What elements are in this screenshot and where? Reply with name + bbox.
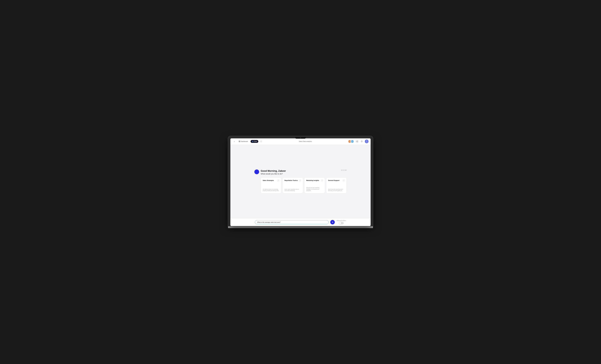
svg-point-7 bbox=[357, 141, 358, 141]
svg-point-13 bbox=[366, 141, 367, 142]
share-button[interactable] bbox=[355, 140, 359, 143]
suggestion-cards-grid: ↗ Sales Strategies Get tailored advice o… bbox=[261, 178, 347, 193]
camera-notch bbox=[295, 137, 306, 139]
bottom-input-area: Advanced Anlytics bbox=[230, 218, 371, 226]
input-wrapper bbox=[255, 220, 329, 224]
dashboard-tab-label: Dashboard bbox=[241, 141, 248, 142]
nav-left: « Dashboard Chat bbox=[232, 140, 263, 143]
chat-tab-dot bbox=[252, 141, 253, 142]
suggestion-card-0[interactable]: ↗ Sales Strategies Get tailored advice o… bbox=[261, 178, 281, 193]
card-desc-1: Learn expert negotiation tips to close d… bbox=[285, 188, 301, 191]
suggestion-card-2[interactable]: ↗ Marketing Insights Discover the best m… bbox=[304, 178, 325, 193]
chat-input[interactable] bbox=[257, 222, 326, 223]
laptop-foot bbox=[279, 227, 322, 228]
svg-line-10 bbox=[357, 141, 357, 141]
main-content: Good Morning, Zakeer What would you like… bbox=[230, 145, 371, 218]
card-desc-0: Get tailored advice on increasing proper… bbox=[263, 188, 279, 191]
nav-bar: « Dashboard Chat bbox=[230, 138, 371, 145]
card-arrow-2: ↗ bbox=[321, 179, 323, 182]
dashboard-icon bbox=[239, 141, 240, 142]
card-desc-3: Need help with something else? Ask away,… bbox=[328, 188, 345, 191]
laptop-container: « Dashboard Chat bbox=[228, 136, 373, 228]
bell-button[interactable] bbox=[360, 140, 363, 143]
greeting-title: Good Morning, Zakeer bbox=[261, 170, 347, 172]
avatar-user-2 bbox=[351, 140, 354, 143]
card-title-3: General Support bbox=[328, 180, 345, 182]
svg-point-9 bbox=[356, 141, 357, 142]
advanced-analytics-section: Advanced Anlytics bbox=[336, 220, 346, 224]
toggle-knob bbox=[339, 222, 341, 224]
card-title-0: Sales Strategies bbox=[263, 180, 279, 182]
card-title-1: Negotiation Tactics bbox=[285, 180, 301, 182]
card-arrow-0: ↗ bbox=[277, 179, 280, 182]
suggestion-card-1[interactable]: ↗ Negotiation Tactics Learn expert negot… bbox=[283, 178, 303, 193]
advanced-toggle[interactable] bbox=[339, 222, 344, 224]
new-tab-button[interactable] bbox=[259, 140, 263, 143]
collapse-button[interactable]: « bbox=[232, 140, 236, 143]
greeting-row: Good Morning, Zakeer What would you like… bbox=[254, 170, 347, 175]
dashboard-tab[interactable]: Dashboard bbox=[237, 140, 250, 143]
svg-point-6 bbox=[352, 141, 353, 142]
user-avatar[interactable] bbox=[365, 140, 369, 143]
greeting-text: Good Morning, Zakeer What would you like… bbox=[261, 170, 347, 175]
ai-avatar bbox=[254, 170, 259, 174]
screen: « Dashboard Chat bbox=[230, 138, 371, 226]
send-button[interactable] bbox=[330, 220, 335, 224]
advanced-label: Advanced Anlytics bbox=[336, 220, 346, 221]
chat-tab[interactable]: Chat bbox=[250, 140, 258, 143]
chat-container: Good Morning, Zakeer What would you like… bbox=[254, 170, 347, 193]
chat-tab-label: Chat bbox=[254, 141, 257, 142]
nav-right bbox=[348, 140, 369, 143]
avatar-stack bbox=[348, 140, 354, 143]
svg-line-11 bbox=[357, 142, 357, 142]
card-desc-2: Discover the best marketing strategies t… bbox=[306, 187, 323, 192]
screen-bezel: « Dashboard Chat bbox=[228, 136, 373, 226]
page-title: Sales Data analytics bbox=[263, 141, 348, 142]
card-title-2: Marketing Insights bbox=[306, 180, 323, 182]
svg-point-4 bbox=[349, 141, 350, 142]
suggestion-card-3[interactable]: ↗ General Support Need help with somethi… bbox=[326, 178, 347, 193]
greeting-subtitle: What would you like to do? bbox=[261, 173, 347, 175]
laptop-base bbox=[228, 226, 373, 228]
camera-dot bbox=[300, 137, 301, 138]
svg-point-8 bbox=[357, 142, 358, 142]
greeting-time: 02:22 AM bbox=[341, 170, 347, 171]
